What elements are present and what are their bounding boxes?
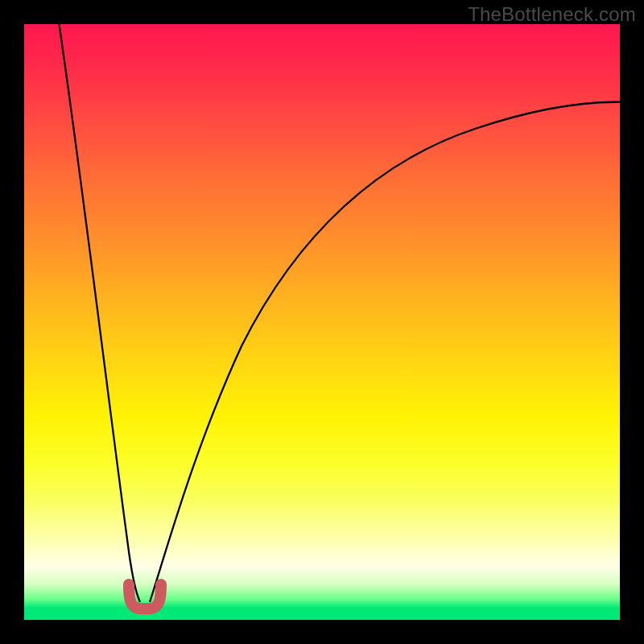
optimal-marker [129, 584, 161, 609]
curve-layer [24, 24, 620, 620]
watermark-text: TheBottleneck.com [468, 3, 636, 26]
chart-frame: TheBottleneck.com [0, 0, 644, 644]
left-branch-curve [58, 24, 140, 602]
plot-area [24, 24, 620, 620]
right-branch-curve [150, 102, 620, 602]
